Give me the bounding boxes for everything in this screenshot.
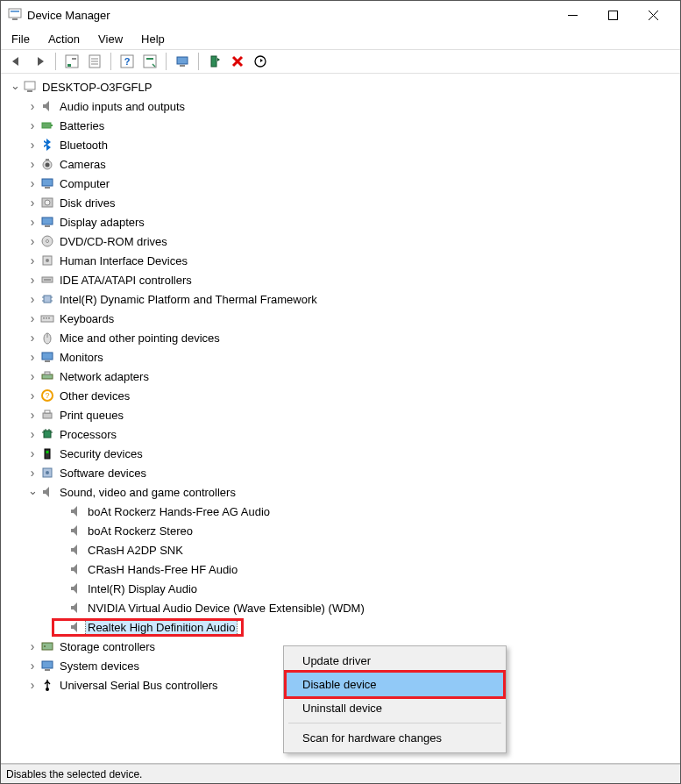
svg-rect-31 — [45, 187, 50, 189]
forward-button[interactable] — [29, 52, 50, 71]
chevron-icon[interactable] — [25, 350, 39, 364]
menu-help[interactable]: Help — [138, 31, 168, 47]
tree-device[interactable]: boAt Rockerz Hands-Free AG Audio — [4, 502, 680, 521]
tree-device-label: CRasH Hands-Free HF Audio — [86, 562, 239, 577]
chevron-icon[interactable] — [25, 99, 39, 113]
chevron-icon[interactable] — [25, 486, 39, 499]
tree-category[interactable]: Disk drives — [4, 193, 680, 212]
chevron-icon[interactable] — [25, 678, 39, 692]
tree-category-label: Processors — [58, 427, 118, 442]
hid-icon — [39, 253, 55, 267]
menu-file[interactable]: File — [8, 31, 33, 47]
tree-device[interactable]: boAt Rockerz Stereo — [4, 521, 680, 540]
chevron-icon[interactable] — [25, 427, 39, 441]
chevron-icon[interactable] — [25, 253, 39, 267]
tree-category[interactable]: Monitors — [4, 347, 680, 367]
scan-hardware-icon[interactable] — [139, 52, 160, 71]
tree-category-label: DVD/CD-ROM drives — [58, 234, 169, 249]
maximize-button[interactable] — [592, 1, 633, 29]
tree-category-label: Sound, video and game controllers — [58, 485, 238, 500]
tree-category[interactable]: Network adapters — [4, 367, 680, 386]
back-button[interactable] — [6, 52, 27, 71]
chevron-icon[interactable] — [25, 118, 39, 132]
tree-device[interactable]: CRasH A2DP SNK — [4, 540, 680, 559]
chevron-icon[interactable] — [25, 292, 39, 306]
menu-view[interactable]: View — [95, 31, 126, 47]
svg-rect-1 — [11, 11, 19, 12]
tree-category[interactable]: Keyboards — [4, 309, 680, 328]
chevron-icon[interactable] — [25, 196, 39, 210]
svg-rect-30 — [42, 179, 53, 186]
tree-category-label: Computer — [58, 176, 111, 191]
cpu-icon — [39, 427, 55, 441]
tree-device[interactable]: NVIDIA Virtual Audio Device (Wave Extens… — [4, 598, 680, 617]
context-menu: Update driver Disable device Uninstall d… — [283, 645, 507, 753]
chevron-icon[interactable] — [25, 273, 39, 287]
tree-device[interactable]: Intel(R) Display Audio — [4, 579, 680, 598]
computer-icon — [22, 80, 38, 94]
tree-category[interactable]: Print queues — [4, 405, 680, 424]
update-driver-icon[interactable] — [172, 52, 193, 71]
show-hide-tree-icon[interactable] — [61, 52, 82, 71]
ctx-disable-device[interactable]: Disable device — [287, 673, 503, 696]
tree-category-label: Intel(R) Dynamic Platform and Thermal Fr… — [58, 292, 319, 307]
enable-icon[interactable] — [204, 52, 225, 71]
disable-icon[interactable] — [227, 52, 248, 71]
chevron-icon[interactable] — [25, 369, 39, 383]
tree-category[interactable]: Processors — [4, 424, 680, 444]
tree-device[interactable]: CRasH Hands-Free HF Audio — [4, 559, 680, 579]
chevron-icon[interactable] — [8, 81, 22, 94]
tree-category[interactable]: ?Other devices — [4, 386, 680, 405]
chevron-icon[interactable] — [25, 138, 39, 152]
tree-category[interactable]: Display adapters — [4, 212, 680, 232]
uninstall-icon[interactable] — [250, 52, 271, 71]
chevron-icon[interactable] — [25, 331, 39, 345]
tree-category[interactable]: Software devices — [4, 463, 680, 482]
tree-category-label: Keyboards — [58, 311, 116, 326]
chevron-icon[interactable] — [25, 466, 39, 480]
chevron-icon[interactable] — [25, 176, 39, 190]
svg-point-71 — [44, 645, 46, 647]
tree-category[interactable]: Intel(R) Dynamic Platform and Thermal Fr… — [4, 289, 680, 309]
tree-category[interactable]: Bluetooth — [4, 135, 680, 154]
chevron-icon[interactable] — [25, 215, 39, 229]
tree-category[interactable]: Computer — [4, 174, 680, 193]
tree-category[interactable]: DVD/CD-ROM drives — [4, 232, 680, 251]
ctx-scan-hardware[interactable]: Scan for hardware changes — [287, 726, 503, 750]
keyboard-icon — [39, 311, 55, 325]
tree-category[interactable]: Security devices — [4, 444, 680, 463]
minimize-button[interactable] — [552, 1, 592, 29]
tree-category[interactable]: Mice and other pointing devices — [4, 328, 680, 347]
chevron-icon[interactable] — [25, 388, 39, 403]
properties-icon[interactable] — [84, 52, 105, 71]
ctx-uninstall-device[interactable]: Uninstall device — [287, 696, 503, 720]
tree-category[interactable]: Audio inputs and outputs — [4, 96, 680, 116]
audio-icon — [67, 562, 83, 576]
tree-category[interactable]: IDE ATA/ATAPI controllers — [4, 270, 680, 289]
chevron-icon[interactable] — [25, 157, 39, 171]
chevron-icon[interactable] — [25, 446, 39, 460]
device-tree[interactable]: DESKTOP-O3FGFLP Audio inputs and outputs… — [1, 74, 680, 764]
tree-category-sound[interactable]: Sound, video and game controllers — [4, 482, 680, 502]
audio-icon — [67, 524, 83, 538]
chevron-icon[interactable] — [25, 639, 39, 653]
help-icon[interactable]: ? — [117, 52, 138, 71]
tree-category[interactable]: Cameras — [4, 154, 680, 174]
tree-category[interactable]: Human Interface Devices — [4, 251, 680, 270]
ctx-update-driver[interactable]: Update driver — [287, 649, 503, 673]
tree-category[interactable]: Batteries — [4, 116, 680, 135]
menu-action[interactable]: Action — [45, 31, 83, 47]
tree-category-label: Batteries — [58, 118, 106, 133]
tree-device[interactable]: Realtek High Definition Audio — [4, 617, 680, 637]
svg-point-33 — [45, 200, 50, 205]
chevron-icon[interactable] — [25, 311, 39, 325]
chevron-icon[interactable] — [25, 408, 39, 422]
svg-rect-70 — [42, 643, 53, 650]
chevron-icon[interactable] — [25, 234, 39, 248]
chevron-icon[interactable] — [25, 659, 39, 673]
tree-category-label: Audio inputs and outputs — [58, 99, 187, 114]
display-icon — [39, 215, 55, 229]
tree-root[interactable]: DESKTOP-O3FGFLP — [4, 77, 680, 96]
svg-rect-17 — [177, 57, 188, 64]
close-button[interactable] — [633, 1, 673, 29]
